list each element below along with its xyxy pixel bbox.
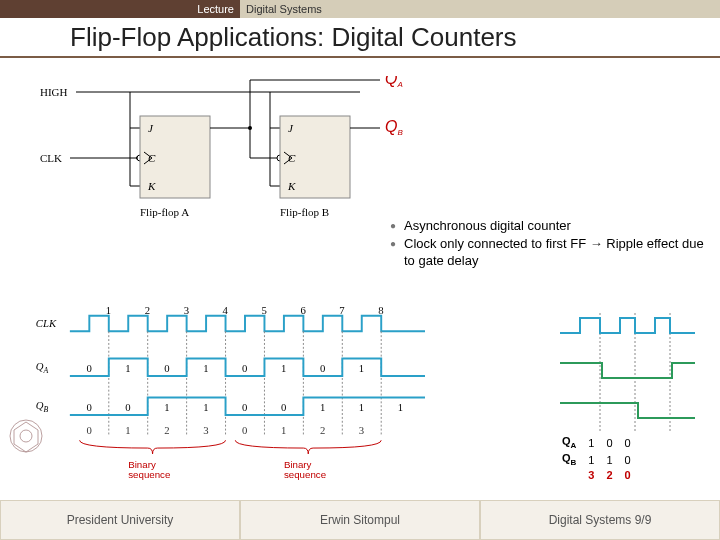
svg-text:0: 0 bbox=[281, 401, 286, 413]
lecture-label: Lecture bbox=[0, 0, 240, 18]
svg-text:0: 0 bbox=[86, 362, 91, 374]
svg-text:1: 1 bbox=[106, 306, 111, 316]
qa-output-label: QA bbox=[385, 76, 403, 89]
svg-text:6: 6 bbox=[300, 306, 306, 316]
bullet-1: Asynchronous digital counter bbox=[390, 218, 710, 234]
ffa-label: Flip-flop A bbox=[140, 206, 189, 218]
svg-point-75 bbox=[10, 420, 42, 452]
svg-text:0: 0 bbox=[164, 362, 169, 374]
footer-left: President University bbox=[0, 500, 240, 540]
svg-text:3: 3 bbox=[184, 306, 189, 316]
svg-text:CLK: CLK bbox=[36, 317, 57, 329]
svg-text:1: 1 bbox=[203, 401, 208, 413]
clk-label: CLK bbox=[40, 152, 62, 164]
svg-text:1: 1 bbox=[359, 362, 364, 374]
svg-text:1: 1 bbox=[281, 424, 286, 436]
brace-label-2: Binarysequence bbox=[284, 459, 326, 481]
svg-text:0: 0 bbox=[242, 424, 247, 436]
svg-text:0: 0 bbox=[242, 362, 247, 374]
qb-output-label: QB bbox=[385, 118, 403, 137]
course-name: Digital Systems bbox=[240, 0, 720, 18]
svg-text:4: 4 bbox=[223, 306, 229, 316]
state-table: QA 1 0 0 QB 1 1 0 3 2 0 bbox=[555, 433, 638, 483]
svg-text:0: 0 bbox=[125, 401, 130, 413]
arrow-icon: → bbox=[590, 236, 603, 251]
svg-text:0: 0 bbox=[320, 362, 325, 374]
svg-text:QA: QA bbox=[36, 360, 49, 375]
mini-waveform bbox=[560, 313, 700, 433]
svg-text:0: 0 bbox=[86, 424, 91, 436]
svg-text:1: 1 bbox=[125, 424, 130, 436]
footer-center: Erwin Sitompul bbox=[240, 500, 480, 540]
svg-text:1: 1 bbox=[359, 401, 364, 413]
svg-text:3: 3 bbox=[203, 424, 208, 436]
svg-text:2: 2 bbox=[164, 424, 169, 436]
ffb-label: Flip-flop B bbox=[280, 206, 329, 218]
svg-text:0: 0 bbox=[86, 401, 91, 413]
svg-text:1: 1 bbox=[281, 362, 286, 374]
svg-text:2: 2 bbox=[320, 424, 325, 436]
svg-text:QB: QB bbox=[36, 399, 49, 414]
page-title: Flip-Flop Applications: Digital Counters bbox=[70, 22, 517, 53]
svg-text:1: 1 bbox=[398, 401, 403, 413]
bullet-2: Clock only connected to first FF → Rippl… bbox=[390, 236, 710, 269]
svg-text:1: 1 bbox=[320, 401, 325, 413]
svg-text:1: 1 bbox=[203, 362, 208, 374]
timing-diagram: CLK 1 2 3 4 5 6 7 8 QA bbox=[30, 306, 460, 486]
footer-right: Digital Systems 9/9 bbox=[480, 500, 720, 540]
bullet-list: Asynchronous digital counter Clock only … bbox=[390, 218, 710, 271]
svg-text:K: K bbox=[147, 180, 156, 192]
svg-text:7: 7 bbox=[339, 306, 345, 316]
high-label: HIGH bbox=[40, 86, 68, 98]
svg-text:K: K bbox=[287, 180, 296, 192]
svg-text:1: 1 bbox=[125, 362, 130, 374]
svg-text:3: 3 bbox=[359, 424, 364, 436]
university-logo-icon bbox=[8, 418, 44, 454]
brace-label-1: Binarysequence bbox=[128, 459, 170, 481]
svg-marker-76 bbox=[14, 422, 38, 452]
svg-point-77 bbox=[20, 430, 32, 442]
svg-text:5: 5 bbox=[262, 306, 267, 316]
svg-text:1: 1 bbox=[164, 401, 169, 413]
svg-text:2: 2 bbox=[145, 306, 150, 316]
footer: President University Erwin Sitompul Digi… bbox=[0, 500, 720, 540]
circuit-diagram: HIGH CLK J C K Flip-flop A bbox=[40, 76, 420, 246]
svg-text:8: 8 bbox=[378, 306, 383, 316]
svg-text:0: 0 bbox=[242, 401, 247, 413]
